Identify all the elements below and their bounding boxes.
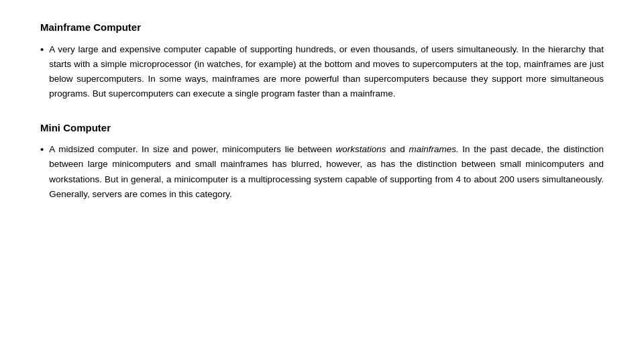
mainframe-title: Mainframe Computer [40, 20, 604, 36]
mainframe-content: • A very large and expensive computer ca… [40, 42, 604, 102]
mini-bullet: • [40, 142, 44, 158]
page-container: Mainframe Computer • A very large and ex… [0, 0, 644, 362]
mainframes-italic: mainframes. [409, 144, 458, 154]
mainframe-section: Mainframe Computer • A very large and ex… [40, 20, 604, 102]
mini-text: A midsized computer. In size and power, … [49, 142, 604, 202]
mini-content: • A midsized computer. In size and power… [40, 142, 604, 202]
mini-section: Mini Computer • A midsized computer. In … [40, 121, 604, 202]
mini-title: Mini Computer [40, 121, 604, 136]
mainframe-text: A very large and expensive computer capa… [49, 42, 604, 102]
workstations-italic: workstations [336, 144, 386, 154]
mainframe-bullet: • [40, 42, 44, 58]
